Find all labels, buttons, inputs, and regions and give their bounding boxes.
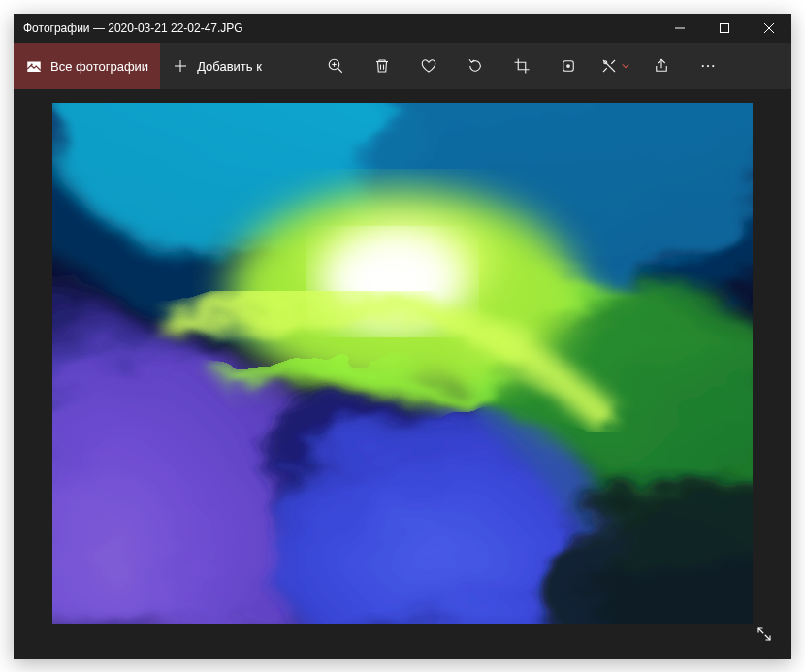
more-icon [699,57,717,75]
rotate-button[interactable] [452,43,499,89]
delete-button[interactable] [359,43,405,89]
favorite-button[interactable] [405,43,452,89]
all-photos-button[interactable]: Все фотографии [14,43,160,89]
edit-button[interactable] [592,43,638,89]
minimize-button[interactable] [658,14,702,43]
crop-button[interactable] [499,43,545,89]
collection-icon [25,57,43,75]
chevron-down-icon [622,62,629,70]
plus-icon [172,57,189,75]
svg-line-9 [338,68,342,73]
share-icon [653,57,670,75]
window-title: Фотографии — 2020-03-21 22-02-47.JPG [23,21,658,35]
window-controls [658,14,791,43]
heart-icon [420,57,437,75]
share-button[interactable] [638,43,685,89]
maximize-button[interactable] [702,14,747,43]
svg-point-17 [702,65,704,67]
zoom-in-icon [327,57,344,75]
zoom-button[interactable] [312,43,359,89]
fullscreen-icon [756,625,773,643]
rotate-icon [467,57,484,75]
svg-point-15 [566,64,570,68]
add-to-label: Добавить к [197,59,262,74]
close-button[interactable] [747,14,791,43]
toolbar: Все фотографии Добавить к [14,43,791,89]
svg-line-30 [758,628,763,633]
more-button[interactable] [685,43,731,89]
svg-point-5 [31,64,33,66]
svg-point-19 [712,65,714,67]
svg-point-18 [707,65,709,67]
edit-tools-icon [600,57,618,75]
crop-icon [513,57,531,75]
app-window: Фотографии — 2020-03-21 22-02-47.JPG Все… [14,14,791,659]
svg-rect-1 [721,24,729,33]
spot-fix-icon [560,57,577,75]
add-to-button[interactable]: Добавить к [160,43,274,89]
trash-icon [373,57,391,75]
fullscreen-button[interactable] [751,621,778,648]
all-photos-label: Все фотографии [50,59,148,74]
titlebar[interactable]: Фотографии — 2020-03-21 22-02-47.JPG [14,14,791,43]
photo-image [52,103,753,624]
spot-fix-button[interactable] [545,43,592,89]
svg-line-31 [765,635,770,640]
viewer-area[interactable] [14,89,791,659]
